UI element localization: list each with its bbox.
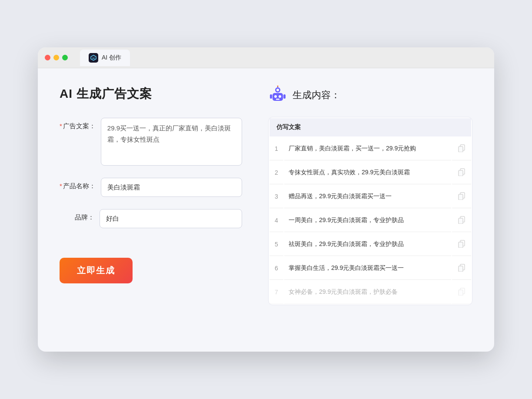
svg-point-3 bbox=[276, 89, 279, 91]
svg-text:AI: AI bbox=[92, 57, 95, 60]
svg-rect-23 bbox=[459, 266, 463, 272]
page-title: AI 生成广告文案 bbox=[60, 86, 242, 102]
svg-rect-9 bbox=[283, 94, 286, 99]
item-text: 一周美白，29.9元美白淡斑霜，专业护肤品 bbox=[284, 209, 451, 232]
copy-icon bbox=[457, 263, 466, 272]
copy-icon bbox=[457, 167, 466, 176]
browser-window: AI AI 创作 AI 生成广告文案 *广告文案： 29.9买一送一，真正的厂家… bbox=[38, 47, 494, 352]
svg-rect-19 bbox=[459, 218, 463, 224]
result-header: 生成内容： bbox=[268, 86, 472, 105]
item-text: 厂家直销，美白淡斑霜，买一送一，29.9元抢购 bbox=[284, 137, 451, 160]
table-header-row: 仿写文案 bbox=[269, 118, 471, 136]
copy-icon bbox=[457, 191, 466, 200]
ad-copy-label: *广告文案： bbox=[60, 118, 96, 130]
item-number: 4 bbox=[269, 209, 283, 232]
traffic-lights bbox=[45, 55, 68, 60]
svg-point-6 bbox=[279, 95, 281, 98]
copy-button[interactable] bbox=[452, 233, 471, 256]
maximize-button[interactable] bbox=[62, 55, 68, 60]
brand-group: 品牌： bbox=[60, 209, 242, 228]
list-item: 3赠品再送，29.9元美白淡斑霜买一送一 bbox=[269, 185, 471, 208]
result-table: 仿写文案 1厂家直销，美白淡斑霜，买一送一，29.9元抢购 2专抹女性斑点，真实… bbox=[269, 117, 472, 305]
copy-button[interactable] bbox=[452, 281, 471, 304]
ad-copy-required: * bbox=[60, 122, 62, 130]
item-number: 5 bbox=[269, 233, 283, 256]
title-bar: AI AI 创作 bbox=[38, 47, 494, 68]
result-title: 生成内容： bbox=[293, 89, 340, 102]
svg-rect-17 bbox=[459, 194, 463, 200]
ad-copy-input[interactable]: 29.9买一送一，真正的厂家直销，美白淡斑霜，专抹女性斑点 bbox=[101, 118, 242, 166]
item-text: 掌握美白生活，29.9元美白淡斑霜买一送一 bbox=[284, 257, 451, 280]
list-item: 5祛斑美白，29.9元美白淡斑霜，专业护肤品 bbox=[269, 233, 471, 256]
svg-rect-13 bbox=[459, 146, 463, 152]
left-panel: AI 生成广告文案 *广告文案： 29.9买一送一，真正的厂家直销，美白淡斑霜，… bbox=[60, 86, 242, 333]
svg-rect-8 bbox=[270, 94, 272, 99]
copy-button[interactable] bbox=[452, 137, 471, 160]
brand-label: 品牌： bbox=[60, 209, 94, 222]
main-content: AI 生成广告文案 *广告文案： 29.9买一送一，真正的厂家直销，美白淡斑霜，… bbox=[38, 68, 494, 351]
list-item: 7女神必备，29.9元美白淡斑霜，护肤必备 bbox=[269, 281, 471, 304]
copy-icon bbox=[457, 239, 466, 248]
copy-button[interactable] bbox=[452, 161, 471, 184]
list-item: 4一周美白，29.9元美白淡斑霜，专业护肤品 bbox=[269, 209, 471, 232]
copy-icon bbox=[457, 287, 466, 296]
svg-point-5 bbox=[274, 95, 277, 98]
item-text: 女神必备，29.9元美白淡斑霜，护肤必备 bbox=[284, 281, 451, 304]
product-name-input[interactable] bbox=[101, 178, 242, 197]
item-number: 7 bbox=[269, 281, 283, 304]
item-text: 专抹女性斑点，真实功效，29.9元美白淡斑霜 bbox=[284, 161, 451, 184]
tab-icon: AI bbox=[89, 53, 98, 63]
item-text: 祛斑美白，29.9元美白淡斑霜，专业护肤品 bbox=[284, 233, 451, 256]
generate-button[interactable]: 立即生成 bbox=[60, 258, 133, 283]
tab-ai[interactable]: AI AI 创作 bbox=[80, 50, 130, 66]
copy-button[interactable] bbox=[452, 257, 471, 280]
result-table-wrapper: 仿写文案 1厂家直销，美白淡斑霜，买一送一，29.9元抢购 2专抹女性斑点，真实… bbox=[268, 117, 472, 305]
copy-icon bbox=[457, 143, 466, 152]
product-name-group: *产品名称： bbox=[60, 178, 242, 197]
minimize-button[interactable] bbox=[53, 55, 59, 60]
list-item: 6掌握美白生活，29.9元美白淡斑霜买一送一 bbox=[269, 257, 471, 280]
product-name-required: * bbox=[60, 182, 62, 190]
item-text: 赠品再送，29.9元美白淡斑霜买一送一 bbox=[284, 185, 451, 208]
copy-button[interactable] bbox=[452, 185, 471, 208]
close-button[interactable] bbox=[45, 55, 50, 60]
brand-input[interactable] bbox=[100, 209, 242, 228]
svg-point-11 bbox=[277, 86, 279, 87]
product-name-label: *产品名称： bbox=[60, 178, 96, 190]
copy-icon bbox=[457, 215, 466, 224]
ad-copy-group: *广告文案： 29.9买一送一，真正的厂家直销，美白淡斑霜，专抹女性斑点 bbox=[60, 118, 242, 166]
copy-button[interactable] bbox=[452, 209, 471, 232]
column-header: 仿写文案 bbox=[269, 118, 471, 136]
item-number: 3 bbox=[269, 185, 283, 208]
right-panel: 生成内容： 仿写文案 1厂家直销，美白淡斑霜，买一送一，29.9元抢购 2专抹女… bbox=[268, 86, 472, 333]
svg-rect-21 bbox=[459, 242, 463, 248]
list-item: 2专抹女性斑点，真实功效，29.9元美白淡斑霜 bbox=[269, 161, 471, 184]
robot-icon bbox=[268, 86, 287, 105]
item-number: 1 bbox=[269, 137, 283, 160]
list-item: 1厂家直销，美白淡斑霜，买一送一，29.9元抢购 bbox=[269, 137, 471, 160]
item-number: 6 bbox=[269, 257, 283, 280]
svg-rect-25 bbox=[459, 290, 463, 296]
tab-label: AI 创作 bbox=[102, 54, 121, 62]
svg-rect-15 bbox=[459, 170, 463, 176]
svg-rect-7 bbox=[276, 99, 279, 100]
item-number: 2 bbox=[269, 161, 283, 184]
